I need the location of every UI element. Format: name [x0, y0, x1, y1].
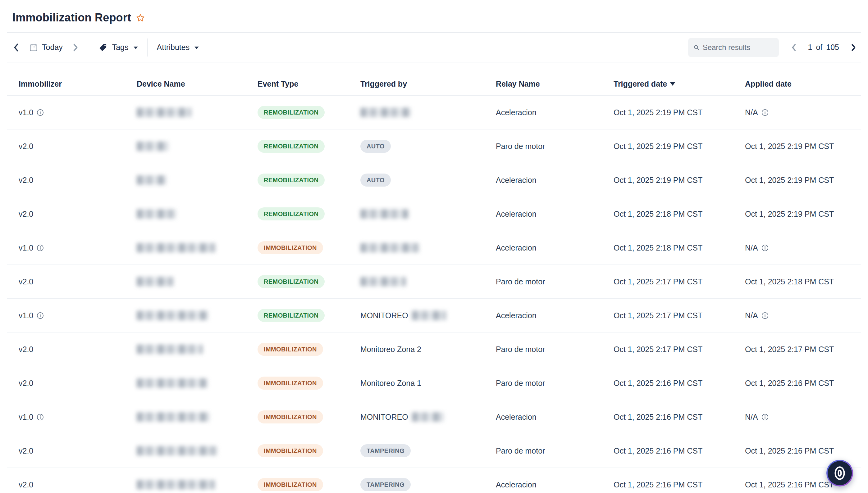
applied-date-cell: Oct 1, 2025 2:19 PM CST [745, 142, 861, 151]
redacted-text [412, 412, 443, 422]
triggered-by-badge: TAMPERING [360, 444, 411, 457]
redacted-text [412, 311, 446, 320]
info-icon[interactable] [761, 312, 769, 319]
info-icon[interactable] [761, 109, 769, 116]
event-type-cell: REMOBILIZATION [257, 309, 360, 322]
event-type-badge: IMMOBILIZATION [257, 410, 323, 424]
table-row[interactable]: v1.0IMMOBILIZATIONAceleracionOct 1, 2025… [7, 231, 861, 265]
relay-name-cell: Aceleracion [496, 210, 614, 218]
device-name-cell [137, 446, 257, 455]
tags-dropdown-button[interactable]: Tags [99, 43, 138, 52]
triggered-by-badge: AUTO [360, 174, 391, 187]
column-header-label: Relay Name [496, 80, 540, 88]
applied-date-cell: Oct 1, 2025 2:19 PM CST [745, 176, 861, 185]
search-input[interactable] [703, 43, 774, 52]
event-type-badge: IMMOBILIZATION [257, 377, 323, 390]
table-row[interactable]: v2.0REMOBILIZATIONAceleracionOct 1, 2025… [7, 197, 861, 231]
info-icon[interactable] [37, 413, 44, 421]
sort-desc-icon [670, 82, 675, 86]
device-name-cell [137, 379, 257, 388]
redacted-text [360, 209, 408, 218]
favorite-star-icon[interactable] [136, 13, 145, 23]
triggered-date-cell: Oct 1, 2025 2:16 PM CST [614, 413, 745, 422]
immobilizer-cell: v2.0 [19, 480, 137, 489]
event-type-badge: IMMOBILIZATION [257, 241, 323, 254]
chevron-left-icon [790, 43, 798, 52]
info-icon[interactable] [37, 312, 44, 319]
toolbar-divider [147, 39, 148, 57]
column-header-label: Immobilizer [19, 80, 62, 88]
search-box[interactable] [688, 38, 779, 57]
redacted-text [137, 108, 191, 117]
table-row[interactable]: v2.0IMMOBILIZATIONMonitoreo Zona 2Paro d… [7, 333, 861, 366]
table-row[interactable]: v2.0IMMOBILIZATIONMonitoreo Zona 1Paro d… [7, 366, 861, 400]
event-type-badge: REMOBILIZATION [257, 309, 325, 322]
page-prev-button[interactable] [790, 43, 798, 52]
relay-name-cell: Aceleracion [496, 243, 614, 252]
device-name-cell [137, 108, 257, 117]
immobilizer-cell: v2.0 [19, 176, 137, 185]
immobilizer-cell: v2.0 [19, 379, 137, 388]
chevron-right-icon [71, 43, 80, 52]
immobilizer-version: v1.0 [19, 108, 33, 117]
immobilizer-cell: v1.0 [19, 108, 137, 117]
column-header-relay-name[interactable]: Relay Name [496, 80, 614, 95]
column-header-immobilizer[interactable]: Immobilizer [19, 80, 137, 95]
immobilizer-version: v2.0 [19, 480, 33, 489]
redacted-text [137, 480, 215, 489]
assistant-widget-button[interactable] [826, 460, 853, 487]
device-name-cell [137, 345, 257, 354]
immobilizer-cell: v2.0 [19, 277, 137, 286]
info-icon[interactable] [37, 244, 44, 252]
table-row[interactable]: v2.0REMOBILIZATIONParo de motorOct 1, 20… [7, 265, 861, 299]
today-label: Today [42, 43, 63, 52]
column-header-applied-date[interactable]: Applied date [745, 80, 861, 95]
column-header-device-name[interactable]: Device Name [137, 80, 257, 95]
applied-date-value: Oct 1, 2025 2:16 PM CST [745, 379, 834, 388]
column-header-triggered-date[interactable]: Triggered date [614, 80, 745, 95]
event-type-badge: REMOBILIZATION [257, 275, 325, 288]
applied-date-value: N/A [745, 108, 758, 117]
event-type-badge: REMOBILIZATION [257, 174, 325, 187]
triggered-date-cell: Oct 1, 2025 2:17 PM CST [614, 277, 745, 286]
info-icon[interactable] [37, 109, 44, 116]
page-header: Immobilization Report [0, 0, 868, 32]
table-row[interactable]: v2.0IMMOBILIZATIONTAMPERINGAceleracionOc… [7, 468, 861, 493]
page-next-button[interactable] [850, 43, 857, 52]
event-type-cell: REMOBILIZATION [257, 275, 360, 288]
triggered-date-cell: Oct 1, 2025 2:17 PM CST [614, 311, 745, 320]
column-header-event-type[interactable]: Event Type [257, 80, 360, 95]
event-type-badge: IMMOBILIZATION [257, 444, 323, 457]
table-row[interactable]: v1.0IMMOBILIZATIONMONITOREOAceleracionOc… [7, 400, 861, 434]
relay-name-cell: Paro de motor [496, 345, 614, 354]
toolbar: Today Tags Attributes [7, 32, 861, 62]
table-row[interactable]: v2.0IMMOBILIZATIONTAMPERINGParo de motor… [7, 434, 861, 468]
applied-date-value: Oct 1, 2025 2:16 PM CST [745, 480, 834, 489]
column-header-triggered-by[interactable]: Triggered by [360, 80, 496, 95]
date-prev-button[interactable] [12, 43, 20, 52]
table-row[interactable]: v2.0REMOBILIZATIONAUTOParo de motorOct 1… [7, 129, 861, 163]
relay-name-cell: Paro de motor [496, 142, 614, 151]
triggered-by-text: Monitoreo Zona 2 [360, 345, 421, 354]
today-button[interactable]: Today [29, 43, 63, 52]
column-header-label: Device Name [137, 80, 185, 88]
relay-name-cell: Paro de motor [496, 379, 614, 388]
immobilizer-cell: v2.0 [19, 446, 137, 455]
triggered-by-cell: MONITOREO [360, 311, 496, 320]
info-icon[interactable] [761, 413, 769, 421]
date-next-button[interactable] [71, 43, 80, 52]
immobilizer-version: v2.0 [19, 210, 33, 218]
attributes-dropdown-button[interactable]: Attributes [157, 43, 199, 52]
table-row[interactable]: v1.0REMOBILIZATIONMONITOREOAceleracionOc… [7, 299, 861, 333]
triggered-date-cell: Oct 1, 2025 2:18 PM CST [614, 210, 745, 218]
pagination: 1 of 105 [790, 43, 857, 52]
table-row[interactable]: v2.0REMOBILIZATIONAUTOAceleracionOct 1, … [7, 163, 861, 197]
info-icon[interactable] [761, 244, 769, 252]
table-row[interactable]: v1.0REMOBILIZATIONAceleracionOct 1, 2025… [7, 95, 861, 129]
applied-date-cell: Oct 1, 2025 2:17 PM CST [745, 345, 861, 354]
redacted-text [137, 142, 168, 151]
caret-down-icon [194, 47, 199, 49]
immobilizer-cell: v1.0 [19, 413, 137, 422]
triggered-date-cell: Oct 1, 2025 2:19 PM CST [614, 108, 745, 117]
device-name-cell [137, 209, 257, 218]
